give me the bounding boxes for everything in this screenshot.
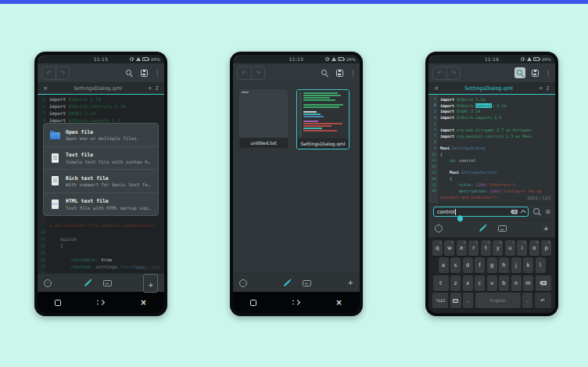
dialog-item-html-text-file[interactable]: </>HTML text fileText file with HTML mar… <box>44 192 158 216</box>
symbols-key[interactable]: ?123 <box>432 293 448 308</box>
search-button[interactable] <box>319 67 330 78</box>
redo-button[interactable]: ↷ <box>56 67 69 79</box>
save-icon[interactable] <box>336 70 343 77</box>
file-card[interactable]: SettingsDialog.qml <box>296 89 350 149</box>
save-icon[interactable] <box>532 70 539 77</box>
dialog-item-open-file[interactable]: Open fileOpen one or multiple files. <box>44 124 158 146</box>
key-d[interactable]: d <box>463 257 473 273</box>
key-.[interactable]: . <box>522 293 532 308</box>
redo-button[interactable]: ↷ <box>446 67 460 79</box>
terminal-icon[interactable] <box>498 225 507 232</box>
key-label: ↵ <box>540 297 545 304</box>
overflow-menu-icon[interactable]: ⋮ <box>545 70 551 77</box>
key-x[interactable]: x <box>463 275 473 291</box>
nav-recents-icon[interactable] <box>250 300 256 306</box>
key-b[interactable]: b <box>499 275 509 291</box>
key-t[interactable]: t5 <box>481 240 491 256</box>
key-superscript: 9 <box>536 240 538 244</box>
undo-button[interactable]: ↶ <box>42 67 56 79</box>
thumb-code-row <box>303 128 322 129</box>
overflow-menu-icon[interactable]: ⋮ <box>154 70 160 77</box>
redo-button[interactable]: ↷ <box>251 67 264 79</box>
key-z[interactable]: z <box>450 275 461 291</box>
edit-pencil-icon[interactable] <box>84 279 90 286</box>
key-o[interactable]: o9 <box>529 240 540 256</box>
clear-backspace-icon[interactable] <box>511 210 518 214</box>
key-h[interactable]: h <box>499 257 509 273</box>
key-a[interactable]: a <box>439 257 449 273</box>
key-s[interactable]: s <box>450 257 461 273</box>
key-m[interactable]: m <box>523 275 533 291</box>
edit-pencil-icon[interactable] <box>479 225 486 232</box>
key-j[interactable]: j <box>511 257 522 273</box>
search-button-active[interactable] <box>514 67 525 78</box>
phone-middle: 11:15 26% ↶ ↷ ⋮ untitled.txtSettingsDial… <box>230 52 363 316</box>
find-replace-button[interactable] <box>533 208 540 215</box>
search-input[interactable]: control <box>433 207 529 217</box>
file-card[interactable]: untitled.txt <box>239 89 288 148</box>
search-icon <box>126 70 133 77</box>
dialog-item-text-file[interactable]: Text fileSimple text file with syntax hi… <box>44 146 158 170</box>
key-c[interactable]: c <box>475 275 485 291</box>
tab-add-group[interactable]: + 2 <box>539 85 550 92</box>
options-icon[interactable]: ⋯ <box>44 279 52 287</box>
key-y[interactable]: y6 <box>493 240 503 256</box>
key-label: b <box>502 280 505 286</box>
code-icon: </> <box>50 199 60 209</box>
terminal-icon[interactable] <box>103 280 112 286</box>
keyboard-options-key[interactable] <box>450 293 461 308</box>
corner-icon <box>429 56 433 60</box>
dialog-item-rich-text-file[interactable]: Rich text fileWith support for basic tex… <box>44 169 158 192</box>
key-g[interactable]: g <box>487 257 497 273</box>
nav-close-icon[interactable]: × <box>140 299 146 307</box>
search-button[interactable] <box>124 67 134 78</box>
code-token: i18n( <box>489 189 501 193</box>
tab-add-group[interactable]: + 2 <box>148 85 159 92</box>
key-p[interactable]: p0 <box>541 240 551 256</box>
new-document-button[interactable]: + <box>543 225 549 232</box>
tab-title[interactable]: SettingsDialog.qml <box>439 85 538 92</box>
undo-button[interactable]: ↶ <box>433 67 446 79</box>
undo-button[interactable]: ↶ <box>238 67 251 79</box>
nav-close-icon[interactable]: × <box>335 299 342 307</box>
key-u[interactable]: u7 <box>505 240 515 256</box>
key-n[interactable]: n <box>511 275 522 291</box>
terminal-icon[interactable] <box>303 280 311 286</box>
collapse-chevron-icon[interactable] <box>521 210 525 214</box>
overflow-menu-icon[interactable]: ⋮ <box>350 70 356 77</box>
key-v[interactable]: v <box>487 275 497 291</box>
key-i[interactable]: i8 <box>517 240 527 256</box>
tab-title[interactable]: SettingsDialog.qml <box>48 85 147 92</box>
key-q[interactable]: q1 <box>432 240 443 256</box>
dialog-item-title: HTML text file <box>66 198 152 204</box>
key-f[interactable]: f <box>475 257 485 273</box>
new-document-button[interactable]: + <box>347 279 353 286</box>
key-k[interactable]: k <box>523 257 533 273</box>
key-r[interactable]: r4 <box>468 240 479 256</box>
edit-pencil-icon[interactable] <box>284 279 290 286</box>
key-,[interactable]: , <box>463 293 473 308</box>
options-icon[interactable]: ⋯ <box>239 279 247 287</box>
nav-switch-icon[interactable] <box>292 299 300 306</box>
code-line: 15 title: i18n("Interface") <box>428 182 555 188</box>
nav-recents-icon[interactable] <box>55 300 61 306</box>
add-tab-icon[interactable]: + <box>148 85 152 92</box>
search-options-icon[interactable]: ⊘ <box>545 209 550 215</box>
options-icon[interactable]: ⋯ <box>435 225 443 232</box>
key-label: i <box>522 245 523 251</box>
add-tab-icon[interactable]: + <box>539 85 543 92</box>
key-l[interactable]: l <box>536 257 546 273</box>
keyboard-row: ⇧zxcvbnm <box>431 275 553 291</box>
code-editor[interactable]: 1import QtQuick 2.142import QtQuick.Cont… <box>38 95 164 273</box>
enter-key[interactable]: ↵ <box>535 293 551 308</box>
nav-switch-icon[interactable] <box>96 299 105 306</box>
new-document-button[interactable]: + <box>143 274 158 293</box>
shift-key[interactable]: ⇧ <box>433 275 449 291</box>
backspace-key[interactable] <box>536 275 551 291</box>
key-e[interactable]: e3 <box>457 240 467 256</box>
space-key[interactable]: English <box>475 293 521 308</box>
file-name: SettingsDialog.qml <box>297 139 349 149</box>
key-w[interactable]: w2 <box>444 240 454 256</box>
code-editor[interactable]: 1import QtQuick 2.142import QtQuick.Cont… <box>428 95 555 203</box>
save-icon[interactable] <box>141 70 148 77</box>
